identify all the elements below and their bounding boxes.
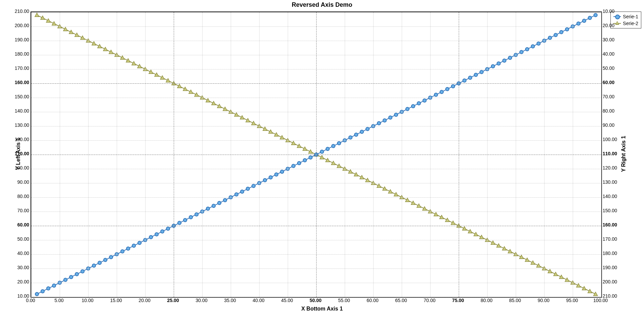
svg-marker-23 — [166, 79, 170, 82]
svg-marker-52 — [331, 161, 335, 165]
x-axis-label: X Bottom Axis 1 — [0, 306, 644, 312]
gridline-h — [31, 83, 601, 84]
svg-point-104 — [64, 278, 67, 282]
svg-point-126 — [189, 216, 192, 219]
svg-marker-58 — [365, 178, 370, 182]
svg-marker-17 — [132, 61, 136, 65]
svg-marker-53 — [337, 164, 341, 168]
svg-marker-56 — [354, 173, 358, 176]
x-tick-label: 65.00 — [395, 298, 407, 303]
svg-marker-1 — [41, 16, 45, 20]
svg-point-189 — [548, 36, 552, 40]
legend-item-serie1[interactable]: Serie-1 — [613, 13, 638, 20]
svg-point-157 — [366, 127, 369, 131]
y-left-tick-label: 70.00 — [17, 208, 29, 213]
x-tick-label: 15.00 — [110, 298, 122, 303]
gridline-h — [31, 126, 601, 126]
svg-point-132 — [223, 198, 227, 202]
svg-marker-60 — [377, 184, 381, 187]
x-tick-label: 30.00 — [195, 298, 207, 303]
svg-marker-43 — [280, 136, 284, 139]
y-left-tick-label: 100.00 — [15, 165, 29, 171]
svg-point-156 — [360, 130, 363, 134]
svg-point-185 — [526, 47, 529, 51]
svg-point-134 — [235, 193, 238, 196]
svg-point-171 — [446, 87, 449, 91]
y-left-tick-label: 180.00 — [15, 51, 29, 57]
svg-point-144 — [292, 164, 295, 168]
y-right-tick-label: 10.00 — [603, 8, 614, 14]
svg-point-137 — [252, 184, 255, 187]
y-right-tick-label: 60.00 — [603, 80, 614, 85]
svg-marker-87 — [531, 261, 535, 264]
y-left-tick-label: 120.00 — [15, 137, 29, 142]
svg-point-160 — [383, 119, 386, 122]
svg-marker-72 — [445, 218, 449, 222]
chart-container: Reversed Axis Demo Y Left Axis 1 Y Right… — [0, 0, 644, 319]
y-right-tick-label: 20.00 — [603, 23, 614, 28]
svg-marker-21 — [155, 73, 159, 77]
gridline-h — [31, 112, 601, 112]
y-right-tick-label: 100.00 — [603, 137, 617, 142]
triangle-marker-icon — [613, 23, 621, 24]
svg-point-174 — [463, 79, 466, 82]
y-left-tick-label: 30.00 — [17, 265, 29, 270]
svg-point-197 — [594, 13, 597, 17]
svg-marker-5 — [63, 27, 68, 31]
x-tick-label: 45.00 — [281, 298, 293, 303]
svg-point-172 — [451, 84, 455, 88]
y-left-tick-label: 160.00 — [15, 80, 29, 85]
svg-point-170 — [440, 90, 443, 94]
svg-marker-3 — [52, 22, 56, 25]
svg-marker-0 — [35, 13, 39, 17]
svg-marker-35 — [234, 113, 239, 116]
x-tick-label: 75.00 — [452, 298, 464, 303]
svg-marker-30 — [206, 98, 210, 102]
y-left-tick-label: 20.00 — [17, 279, 29, 284]
y-left-tick-label: 10.00 — [17, 293, 29, 299]
svg-point-196 — [588, 16, 591, 20]
svg-marker-28 — [194, 93, 198, 97]
x-tick-label: 25.00 — [167, 298, 179, 303]
svg-point-161 — [389, 116, 392, 119]
plot-area[interactable] — [31, 12, 602, 298]
gridline-h — [31, 41, 601, 41]
svg-marker-75 — [462, 226, 467, 230]
svg-point-107 — [81, 270, 84, 273]
svg-marker-38 — [251, 121, 255, 125]
svg-marker-13 — [109, 50, 113, 54]
svg-marker-91 — [554, 272, 558, 276]
svg-marker-36 — [240, 116, 244, 119]
svg-point-192 — [565, 27, 569, 31]
y-left-tick-label: 110.00 — [15, 151, 29, 156]
y-left-tick-label: 210.00 — [15, 8, 29, 14]
svg-marker-11 — [98, 44, 102, 48]
svg-point-152 — [337, 141, 341, 145]
svg-marker-50 — [320, 155, 324, 159]
gridline-h — [31, 183, 601, 183]
svg-point-136 — [246, 187, 249, 191]
svg-point-99 — [35, 293, 39, 296]
svg-point-179 — [491, 65, 495, 68]
y-left-tick-label: 170.00 — [15, 65, 29, 71]
svg-point-100 — [41, 290, 44, 293]
svg-point-139 — [263, 179, 267, 182]
legend-item-serie2[interactable]: Serie-2 — [613, 20, 638, 27]
y-right-tick-label: 130.00 — [603, 179, 617, 185]
x-tick-label: 60.00 — [366, 298, 378, 303]
svg-point-120 — [155, 233, 158, 236]
svg-marker-98 — [593, 292, 598, 296]
svg-marker-67 — [417, 204, 421, 207]
svg-marker-12 — [103, 47, 107, 51]
svg-point-181 — [503, 59, 506, 62]
gridline-h — [31, 240, 601, 240]
svg-marker-15 — [120, 56, 125, 59]
y-left-tick-label: 200.00 — [15, 23, 29, 28]
svg-point-146 — [303, 159, 306, 162]
svg-point-182 — [508, 56, 512, 59]
gridline-h — [31, 226, 601, 226]
y-right-tick-label: 80.00 — [603, 108, 614, 114]
gridline-h — [31, 197, 601, 198]
svg-marker-92 — [559, 275, 563, 279]
svg-point-155 — [355, 133, 358, 136]
